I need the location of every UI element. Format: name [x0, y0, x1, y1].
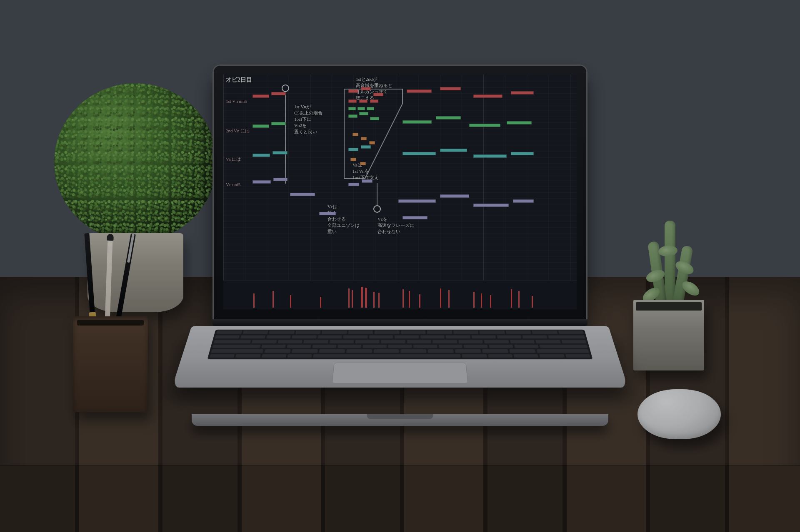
- velocity-bar: [272, 291, 274, 308]
- midi-note: [348, 89, 358, 93]
- midi-note: [272, 151, 288, 154]
- velocity-bar: [409, 291, 410, 308]
- midi-note: [271, 92, 286, 95]
- midi-note: [348, 114, 358, 118]
- midi-note: [407, 89, 432, 93]
- velocity-bar: [518, 291, 520, 308]
- velocity-bar: [532, 296, 533, 308]
- velocity-bar: [402, 289, 404, 308]
- laptop-keyboard: [207, 330, 592, 360]
- midi-note: [513, 199, 534, 203]
- midi-note: [469, 124, 500, 127]
- midi-note: [361, 137, 367, 140]
- velocity-bar: [481, 293, 482, 308]
- midi-note: [273, 178, 288, 181]
- midi-note: [348, 148, 358, 151]
- laptop: オビ2日目 1st Vn uni5 2nd Vn には Va には Vc uni…: [192, 65, 608, 456]
- midi-note: [507, 121, 532, 124]
- annotation-2: 1st Vnが C5以上の場合 1oct下に Vn2を 置くと良い: [294, 104, 322, 135]
- midi-note: [473, 94, 502, 98]
- succulent-plant: [642, 221, 700, 308]
- annotation-circle: [373, 205, 381, 213]
- midi-note: [370, 117, 379, 120]
- midi-note: [319, 212, 336, 215]
- annotation-leader-line: [377, 183, 378, 206]
- pencil-holder: [73, 316, 148, 412]
- laptop-hinge: [212, 319, 588, 326]
- midi-note: [440, 194, 469, 198]
- midi-note: [271, 122, 286, 125]
- succulent-pot: [633, 300, 704, 370]
- velocity-bar: [373, 292, 375, 308]
- midi-note: [350, 158, 356, 161]
- midi-note: [362, 179, 372, 183]
- midi-note: [369, 141, 375, 144]
- velocity-bar: [490, 295, 491, 308]
- midi-note: [358, 107, 365, 110]
- midi-note: [511, 91, 534, 94]
- midi-note: [402, 120, 432, 124]
- velocity-bar: [352, 290, 353, 308]
- midi-note: [252, 94, 269, 98]
- annotation-circle: [282, 85, 289, 92]
- laptop-notch: [367, 414, 433, 419]
- topiary-pot: [88, 233, 183, 312]
- midi-note: [252, 180, 271, 184]
- velocity-bar: [511, 289, 512, 308]
- velocity-bar: [361, 287, 363, 308]
- midi-note: [361, 87, 371, 90]
- velocity-bar: [290, 295, 291, 308]
- midi-note: [290, 193, 315, 196]
- midi-note: [473, 154, 507, 158]
- annotation-leader-line: [285, 92, 286, 184]
- midi-note: [511, 152, 534, 155]
- track-label-vn2: 2nd Vn には: [226, 128, 250, 134]
- midi-note: [473, 204, 509, 207]
- annotation-4: Vcは 軽く 合わせる 全部ユニゾンは 重い: [328, 204, 360, 235]
- midi-note: [402, 152, 436, 155]
- desk-front-edge: [0, 465, 800, 532]
- session-title: オビ2日目: [226, 76, 252, 84]
- midi-note: [252, 154, 270, 157]
- midi-note: [367, 107, 374, 110]
- velocity-bar: [253, 293, 255, 308]
- midi-note: [440, 149, 467, 152]
- laptop-screen: オビ2日目 1st Vn uni5 2nd Vn には Va には Vc uni…: [223, 75, 577, 309]
- midi-note: [352, 133, 358, 136]
- velocity-bar: [378, 293, 380, 308]
- midi-note: [402, 216, 428, 219]
- midi-note: [359, 112, 368, 115]
- velocity-bar: [365, 288, 367, 308]
- midi-note: [252, 124, 269, 128]
- midi-note: [348, 99, 357, 103]
- velocity-bar: [440, 288, 441, 308]
- velocity-bar: [348, 288, 350, 308]
- midi-note: [398, 199, 436, 203]
- midi-note: [361, 145, 371, 149]
- midi-note: [436, 116, 461, 119]
- midi-note: [360, 162, 366, 165]
- computer-mouse: [638, 389, 721, 439]
- velocity-lane: [223, 280, 577, 309]
- laptop-lid: オビ2日目 1st Vn uni5 2nd Vn には Va には Vc uni…: [212, 65, 588, 323]
- velocity-bar: [448, 290, 450, 308]
- midi-note: [348, 183, 359, 186]
- midi-note: [440, 87, 461, 90]
- laptop-base: [172, 326, 628, 388]
- laptop-trackpad: [332, 363, 468, 383]
- midi-note: [359, 99, 368, 103]
- track-label-va: Va には: [226, 156, 241, 162]
- velocity-bar: [473, 292, 475, 308]
- velocity-bar: [419, 294, 420, 308]
- velocity-bar: [320, 297, 321, 308]
- track-label-vn1: 1st Vn uni5: [226, 99, 247, 104]
- midi-note: [348, 107, 356, 110]
- midi-note: [370, 99, 378, 103]
- midi-note: [373, 93, 383, 96]
- track-label-vc: Vc uni5: [226, 182, 240, 187]
- piano-roll-editor: オビ2日目 1st Vn uni5 2nd Vn には Va には Vc uni…: [223, 75, 577, 309]
